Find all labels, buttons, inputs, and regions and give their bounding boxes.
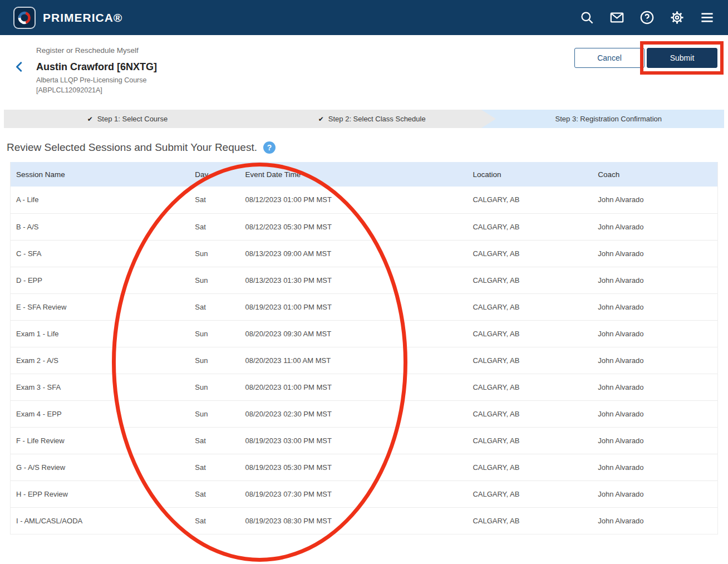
coach-cell: John Alvarado	[592, 347, 717, 374]
location-cell: CALGARY, AB	[467, 293, 592, 320]
session-name-cell: H - EPP Review	[11, 480, 189, 507]
event-datetime-cell: 08/13/2023 09:00 AM MST	[239, 240, 467, 267]
table-row: D - EPP Sun 08/13/2023 01:30 PM MST CALG…	[11, 267, 717, 293]
step-3-label: Step 3: Registration Confirmation	[555, 115, 662, 123]
session-name-cell: B - A/S	[11, 213, 189, 240]
day-cell: Sun	[189, 400, 239, 427]
header-actions: Cancel Submit	[574, 48, 717, 68]
day-cell: Sun	[189, 240, 239, 267]
coach-cell: John Alvarado	[592, 320, 717, 347]
search-icon[interactable]	[579, 10, 594, 25]
table-row: Exam 3 - SFA Sun 08/20/2023 01:00 PM MST…	[11, 374, 717, 400]
back-chevron-icon[interactable]	[13, 61, 26, 73]
day-cell: Sat	[189, 213, 239, 240]
col-session-name: Session Name	[11, 162, 189, 187]
primerica-logo-icon	[13, 7, 36, 29]
location-cell: CALGARY, AB	[467, 187, 592, 213]
event-datetime-cell: 08/20/2023 01:00 PM MST	[239, 374, 467, 400]
section-head: Review Selected Sessions and Submit Your…	[7, 141, 728, 154]
brand: PRIMERICA®	[13, 7, 122, 29]
coach-cell: John Alvarado	[592, 400, 717, 427]
session-name-cell: C - SFA	[11, 240, 189, 267]
event-datetime-cell: 08/12/2023 01:00 PM MST	[239, 187, 467, 213]
step-3-registration-confirmation: Step 3: Registration Confirmation	[493, 110, 724, 128]
section-title: Review Selected Sessions and Submit Your…	[7, 141, 257, 154]
location-cell: CALGARY, AB	[467, 240, 592, 267]
session-name-cell: I - AML/CASL/AODA	[11, 507, 189, 534]
col-location: Location	[467, 162, 592, 187]
location-cell: CALGARY, AB	[467, 400, 592, 427]
session-name-cell: G - A/S Review	[11, 454, 189, 480]
menu-icon[interactable]	[700, 10, 715, 25]
session-name-cell: F - Life Review	[11, 427, 189, 454]
table-row: E - SFA Review Sat 08/19/2023 01:00 PM M…	[11, 293, 717, 320]
table-row: C - SFA Sun 08/13/2023 09:00 AM MST CALG…	[11, 240, 717, 267]
event-datetime-cell: 08/19/2023 08:30 PM MST	[239, 507, 467, 534]
table-row: Exam 2 - A/S Sun 08/20/2023 11:00 AM MST…	[11, 347, 717, 374]
col-coach: Coach	[592, 162, 717, 187]
day-cell: Sat	[189, 427, 239, 454]
check-icon: ✔	[87, 115, 93, 123]
event-datetime-cell: 08/20/2023 02:30 PM MST	[239, 400, 467, 427]
course-code: [ABPLCL12092021A]	[36, 86, 728, 96]
col-day: Day	[189, 162, 239, 187]
coach-cell: John Alvarado	[592, 507, 717, 534]
session-name-cell: Exam 1 - Life	[11, 320, 189, 347]
event-datetime-cell: 08/20/2023 11:00 AM MST	[239, 347, 467, 374]
day-cell: Sun	[189, 320, 239, 347]
sessions-table: Session Name Day Event Date Time Locatio…	[10, 162, 718, 534]
cancel-button[interactable]: Cancel	[574, 48, 645, 68]
table-row: H - EPP Review Sat 08/19/2023 07:30 PM M…	[11, 480, 717, 507]
session-name-cell: E - SFA Review	[11, 293, 189, 320]
table-row: A - Life Sat 08/12/2023 01:00 PM MST CAL…	[11, 187, 717, 213]
table-row: G - A/S Review Sat 08/19/2023 05:30 PM M…	[11, 454, 717, 480]
check-icon: ✔	[318, 115, 324, 123]
event-datetime-cell: 08/19/2023 05:30 PM MST	[239, 454, 467, 480]
coach-cell: John Alvarado	[592, 374, 717, 400]
course-name: Alberta LLQP Pre-Licensing Course	[36, 76, 728, 86]
step-2-label: Step 2: Select Class Schedule	[328, 115, 426, 123]
event-datetime-cell: 08/19/2023 03:00 PM MST	[239, 427, 467, 454]
session-name-cell: A - Life	[11, 187, 189, 213]
submit-button[interactable]: Submit	[647, 48, 717, 68]
location-cell: CALGARY, AB	[467, 347, 592, 374]
day-cell: Sat	[189, 187, 239, 213]
coach-cell: John Alvarado	[592, 427, 717, 454]
help-icon[interactable]	[640, 10, 655, 25]
top-navbar: PRIMERICA®	[0, 0, 728, 35]
session-name-cell: Exam 3 - SFA	[11, 374, 189, 400]
settings-icon[interactable]	[670, 10, 685, 25]
day-cell: Sun	[189, 347, 239, 374]
location-cell: CALGARY, AB	[467, 480, 592, 507]
mail-icon[interactable]	[609, 10, 624, 25]
navbar-icons	[579, 10, 715, 25]
location-cell: CALGARY, AB	[467, 267, 592, 293]
table-row: Exam 1 - Life Sun 08/20/2023 09:30 AM MS…	[11, 320, 717, 347]
day-cell: Sun	[189, 374, 239, 400]
step-1-label: Step 1: Select Course	[97, 115, 168, 123]
event-datetime-cell: 08/12/2023 05:30 PM MST	[239, 213, 467, 240]
step-1-select-course[interactable]: ✔ Step 1: Select Course	[4, 110, 251, 128]
session-name-cell: Exam 2 - A/S	[11, 347, 189, 374]
brand-name: PRIMERICA®	[43, 11, 122, 24]
table-row: Exam 4 - EPP Sun 08/20/2023 02:30 PM MST…	[11, 400, 717, 427]
location-cell: CALGARY, AB	[467, 454, 592, 480]
day-cell: Sun	[189, 267, 239, 293]
event-datetime-cell: 08/13/2023 01:30 PM MST	[239, 267, 467, 293]
event-datetime-cell: 08/19/2023 07:30 PM MST	[239, 480, 467, 507]
col-event-date-time: Event Date Time	[239, 162, 467, 187]
session-table-body: A - Life Sat 08/12/2023 01:00 PM MST CAL…	[11, 187, 717, 534]
page-header: Register or Reschedule Myself Austin Cra…	[0, 35, 728, 102]
help-tooltip-icon[interactable]: ?	[263, 141, 276, 154]
day-cell: Sat	[189, 454, 239, 480]
location-cell: CALGARY, AB	[467, 427, 592, 454]
coach-cell: John Alvarado	[592, 267, 717, 293]
coach-cell: John Alvarado	[592, 454, 717, 480]
step-2-select-class-schedule[interactable]: ✔ Step 2: Select Class Schedule	[251, 110, 493, 128]
event-datetime-cell: 08/20/2023 09:30 AM MST	[239, 320, 467, 347]
coach-cell: John Alvarado	[592, 240, 717, 267]
day-cell: Sat	[189, 480, 239, 507]
location-cell: CALGARY, AB	[467, 213, 592, 240]
day-cell: Sat	[189, 507, 239, 534]
event-datetime-cell: 08/19/2023 01:00 PM MST	[239, 293, 467, 320]
